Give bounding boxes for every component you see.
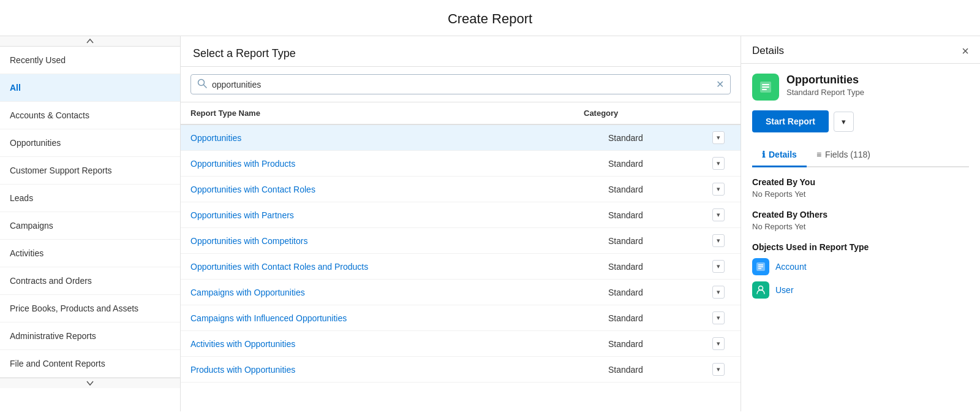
report-row-category: Standard [608, 339, 706, 349]
col-header-action [706, 109, 731, 118]
table-row[interactable]: Campaigns with Influenced OpportunitiesS… [181, 305, 741, 331]
sidebar-item-opportunities[interactable]: Opportunities [0, 129, 180, 157]
report-row-name: Products with Opportunities [190, 365, 608, 375]
table-row[interactable]: OpportunitiesStandard▾ [181, 125, 741, 151]
sidebar: Recently UsedAllAccounts & ContactsOppor… [0, 36, 181, 411]
object-items-container: AccountUser [752, 258, 969, 299]
start-report-button[interactable]: Start Report [752, 110, 829, 132]
main-layout: Recently UsedAllAccounts & ContactsOppor… [0, 36, 980, 411]
sidebar-item-all[interactable]: All [0, 74, 180, 102]
fields-tab-icon: ≡ [816, 150, 821, 159]
report-row-name: Campaigns with Opportunities [190, 288, 608, 297]
row-chevron-button[interactable]: ▾ [712, 286, 725, 299]
table-row[interactable]: Campaigns with OpportunitiesStandard▾ [181, 280, 741, 305]
sidebar-scroll-down[interactable] [0, 378, 180, 388]
report-row-category: Standard [608, 365, 706, 375]
report-row-chevron-container: ▾ [706, 183, 731, 196]
details-tabs: ℹDetails≡Fields (118) [752, 145, 969, 167]
sidebar-item-activities[interactable]: Activities [0, 240, 180, 267]
col-header-category: Category [584, 109, 706, 118]
details-tab-icon: ℹ [762, 150, 765, 159]
details-tab-details[interactable]: ℹDetails [752, 145, 807, 167]
table-row[interactable]: Opportunities with ProductsStandard▾ [181, 151, 741, 177]
sidebar-item-leads[interactable]: Leads [0, 185, 180, 212]
report-row-chevron-container: ▾ [706, 131, 731, 144]
row-chevron-button[interactable]: ▾ [712, 234, 725, 247]
report-row-category: Standard [608, 159, 706, 169]
table-row[interactable]: Activities with OpportunitiesStandard▾ [181, 331, 741, 357]
report-row-name: Opportunities with Products [190, 159, 608, 169]
search-bar: ✕ [181, 67, 741, 102]
table-row[interactable]: Products with OpportunitiesStandard▾ [181, 357, 741, 383]
report-type-name: Opportunities [786, 74, 864, 86]
sidebar-scroll-up[interactable] [0, 36, 180, 47]
sidebar-item-file-content[interactable]: File and Content Reports [0, 350, 180, 378]
details-header: Details × [741, 36, 980, 64]
row-chevron-button[interactable]: ▾ [712, 260, 725, 273]
search-input[interactable] [212, 80, 716, 90]
clear-search-icon[interactable]: ✕ [716, 78, 724, 90]
sidebar-item-price-books[interactable]: Price Books, Products and Assets [0, 295, 180, 322]
row-chevron-button[interactable]: ▾ [712, 337, 725, 350]
report-row-category: Standard [608, 262, 706, 272]
report-row-name: Opportunities with Contact Roles [190, 185, 608, 194]
close-button[interactable]: × [962, 45, 969, 57]
table-row[interactable]: Opportunities with CompetitorsStandard▾ [181, 228, 741, 254]
created-by-others-value: No Reports Yet [752, 222, 969, 231]
report-row-name: Campaigns with Influenced Opportunities [190, 313, 608, 323]
row-chevron-button[interactable]: ▾ [712, 157, 725, 170]
report-row-name: Opportunities with Partners [190, 210, 608, 220]
table-row[interactable]: Opportunities with Contact RolesStandard… [181, 177, 741, 202]
sidebar-items-container: Recently UsedAllAccounts & ContactsOppor… [0, 47, 180, 378]
report-row-category: Standard [608, 236, 706, 246]
row-chevron-button[interactable]: ▾ [712, 363, 725, 376]
report-row-category: Standard [608, 185, 706, 194]
action-buttons: Start Report ▾ [752, 110, 969, 132]
report-row-name: Opportunities [190, 133, 608, 143]
table-row[interactable]: Opportunities with PartnersStandard▾ [181, 202, 741, 228]
objects-section-title: Objects Used in Report Type [752, 242, 969, 252]
report-row-category: Standard [608, 313, 706, 323]
created-by-you-value: No Reports Yet [752, 189, 969, 199]
object-item-user[interactable]: User [752, 281, 969, 299]
table-row[interactable]: Opportunities with Contact Roles and Pro… [181, 254, 741, 280]
row-chevron-button[interactable]: ▾ [712, 131, 725, 144]
user-object-label: User [775, 285, 794, 295]
report-row-chevron-container: ▾ [706, 157, 731, 170]
svg-line-1 [204, 85, 207, 88]
account-object-label: Account [775, 262, 807, 272]
middle-header: Select a Report Type [181, 36, 741, 67]
report-type-header: Opportunities Standard Report Type [752, 74, 969, 101]
report-table: Report Type Name Category OpportunitiesS… [181, 102, 741, 411]
sidebar-item-admin-reports[interactable]: Administrative Reports [0, 322, 180, 350]
table-header: Report Type Name Category [181, 102, 741, 125]
row-chevron-button[interactable]: ▾ [712, 183, 725, 196]
search-icon [197, 78, 207, 90]
sidebar-item-customer-support[interactable]: Customer Support Reports [0, 157, 180, 185]
details-tab-fields[interactable]: ≡Fields (118) [807, 145, 880, 167]
report-row-category: Standard [608, 133, 706, 143]
object-item-account[interactable]: Account [752, 258, 969, 275]
created-by-you-title: Created By You [752, 177, 969, 187]
report-row-name: Activities with Opportunities [190, 339, 608, 349]
row-chevron-button[interactable]: ▾ [712, 311, 725, 324]
middle-panel: Select a Report Type ✕ Report Type Name … [181, 36, 741, 411]
report-row-chevron-container: ▾ [706, 234, 731, 247]
details-panel: Details × Opportunities Standard Report … [741, 36, 980, 411]
sidebar-item-contracts-orders[interactable]: Contracts and Orders [0, 267, 180, 295]
report-type-subtitle: Standard Report Type [786, 88, 864, 97]
report-row-category: Standard [608, 210, 706, 220]
created-by-others-title: Created By Others [752, 210, 969, 219]
report-row-chevron-container: ▾ [706, 286, 731, 299]
col-header-name: Report Type Name [190, 109, 584, 118]
sidebar-item-recently-used[interactable]: Recently Used [0, 47, 180, 74]
sidebar-item-accounts-contacts[interactable]: Accounts & Contacts [0, 102, 180, 129]
report-row-chevron-container: ▾ [706, 337, 731, 350]
user-object-icon [752, 281, 769, 299]
start-report-chevron-button[interactable]: ▾ [834, 112, 854, 132]
report-row-chevron-container: ▾ [706, 260, 731, 273]
report-row-chevron-container: ▾ [706, 311, 731, 324]
row-chevron-button[interactable]: ▾ [712, 208, 725, 221]
sidebar-item-campaigns[interactable]: Campaigns [0, 212, 180, 240]
created-by-others-section: Created By Others No Reports Yet [752, 210, 969, 231]
